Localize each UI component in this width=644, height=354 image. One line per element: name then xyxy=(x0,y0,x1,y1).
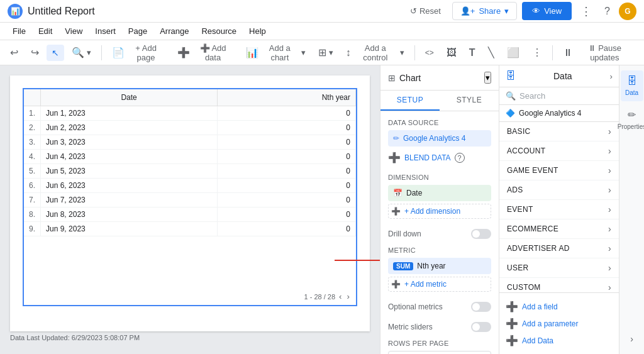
text-button[interactable]: T xyxy=(464,44,480,62)
help-button[interactable]: ? xyxy=(601,2,614,21)
add-metric-button[interactable]: ➕ + Add metric xyxy=(388,277,491,292)
avatar[interactable]: G xyxy=(619,3,636,20)
table-row: 9. Jun 9, 2023 0 xyxy=(24,222,356,236)
row-num-header xyxy=(24,89,41,106)
date-cell: Jun 6, 2023 xyxy=(41,179,218,193)
document-title[interactable]: Untitled Report xyxy=(28,6,95,17)
code-button[interactable]: <> xyxy=(420,45,439,60)
prev-page-button[interactable]: ‹ xyxy=(338,290,343,302)
zoom-button[interactable]: 🔍 ▾ xyxy=(67,43,96,62)
menu-page[interactable]: Page xyxy=(123,25,152,38)
data-category-item[interactable]: ADVERTISER AD› xyxy=(499,239,619,258)
table-row: 5. Jun 5, 2023 0 xyxy=(24,164,356,179)
data-category-item[interactable]: GAME EVENT› xyxy=(499,161,619,180)
tab-setup[interactable]: SETUP xyxy=(380,91,440,111)
add-parameter-button[interactable]: ➕ Add a parameter xyxy=(506,315,613,332)
pencil-icon: ✏ xyxy=(393,134,399,143)
value-cell: 0 xyxy=(218,207,356,222)
add-dimension-button[interactable]: ➕ + Add dimension xyxy=(388,204,491,219)
menu-view[interactable]: View xyxy=(60,25,87,38)
add-chart-button[interactable]: 📊 Add a chart ▾ xyxy=(241,40,311,65)
shape-button[interactable]: ⬜ xyxy=(502,43,525,62)
cursor-tool[interactable]: ↖ xyxy=(47,45,64,61)
menu-insert[interactable]: Insert xyxy=(90,25,121,38)
tab-style[interactable]: STYLE xyxy=(440,91,499,111)
chevron-icon: › xyxy=(608,263,611,273)
chevron-icon: › xyxy=(608,165,611,175)
add-field-icon: ➕ xyxy=(506,301,518,313)
search-input[interactable] xyxy=(519,91,619,101)
image-button[interactable]: 🖼 xyxy=(441,44,462,62)
date-column-header[interactable]: Date xyxy=(41,89,218,106)
data-category-item[interactable]: ACCOUNT› xyxy=(499,141,619,161)
menu-help[interactable]: Help xyxy=(244,25,271,38)
data-panel-collapse-button[interactable]: › xyxy=(610,72,613,81)
optional-metrics-toggle[interactable] xyxy=(471,302,491,312)
blend-help-icon[interactable]: ? xyxy=(455,153,465,163)
view-button[interactable]: 👁 View xyxy=(522,2,572,20)
dimension-item-date[interactable]: 📅 Date xyxy=(388,185,491,201)
more-options-button[interactable]: ⋮ xyxy=(577,1,596,22)
more-tools-button[interactable]: ⋮ xyxy=(527,43,547,62)
metric-item-nth-year[interactable]: SUM Nth year xyxy=(388,258,491,274)
drill-down-row: Drill down xyxy=(388,226,491,241)
side-tab-properties[interactable]: ✏ Properties xyxy=(621,104,643,135)
nth-year-column-header[interactable]: Nth year xyxy=(218,89,356,106)
data-category-item[interactable]: ADS› xyxy=(499,180,619,200)
add-field-button[interactable]: ➕ Add a field xyxy=(506,298,613,315)
title-bar: Untitled Report ↺ Reset 👤+ Share ▾ 👁 Vie… xyxy=(0,0,644,23)
data-category-item[interactable]: USER› xyxy=(499,258,619,278)
line-button[interactable]: ╲ xyxy=(483,43,499,62)
add-control-button[interactable]: ↕ Add a control ▾ xyxy=(341,40,409,65)
table-pagination: 1 - 28 / 28 ‹ › xyxy=(304,290,351,302)
chevron-icon: › xyxy=(608,126,611,136)
data-category-item[interactable]: CUSTOM› xyxy=(499,278,619,292)
data-category-item[interactable]: BASIC› xyxy=(499,122,619,141)
data-category-item[interactable]: EVENT› xyxy=(499,200,619,219)
metric-sliders-toggle[interactable] xyxy=(471,322,491,332)
chevron-icon: › xyxy=(608,204,611,214)
side-tab-data[interactable]: 🗄 Data xyxy=(621,70,643,101)
menu-file[interactable]: File xyxy=(8,25,31,38)
reset-icon: ↺ xyxy=(410,6,417,16)
arrow-svg xyxy=(335,254,380,267)
table-row: 1. Jun 1, 2023 0 xyxy=(24,106,356,121)
row-num-cell: 5. xyxy=(24,164,41,179)
table-row: 6. Jun 6, 2023 0 xyxy=(24,179,356,193)
calendar-icon: 📅 xyxy=(393,189,402,197)
redo-button[interactable]: ↪ xyxy=(26,43,44,62)
table-container[interactable]: ✏ ⋮ Date Nth year 1. Jun 1, 2023 0 xyxy=(23,88,357,306)
data-panel: 🗄 Data › 🔍 🔷 Google Analytics 4 BASIC›AC… xyxy=(499,65,619,354)
metric-sliders-row: Metric sliders xyxy=(388,319,491,335)
data-category-item[interactable]: ECOMMERCE› xyxy=(499,219,619,239)
drill-down-toggle[interactable] xyxy=(471,229,491,239)
row-num-cell: 9. xyxy=(24,222,41,236)
value-cell: 0 xyxy=(218,222,356,236)
blend-data-button[interactable]: ➕ BLEND DATA ? xyxy=(388,149,491,166)
reset-button[interactable]: ↺ Reset xyxy=(404,3,447,19)
grid-button[interactable]: ⊞ ▾ xyxy=(313,43,338,62)
row-num-cell: 2. xyxy=(24,121,41,135)
date-cell: Jun 9, 2023 xyxy=(41,222,218,236)
rows-per-page-select[interactable]: ⊞ 100 ▾ xyxy=(388,351,491,354)
value-cell: 0 xyxy=(218,121,356,135)
add-data-button[interactable]: ➕ Add Data xyxy=(506,332,613,349)
pause-updates-button[interactable]: ⏸ ⏸ Pause updates xyxy=(558,40,639,65)
blend-plus-icon: ➕ xyxy=(388,152,401,163)
chevron-icon: › xyxy=(608,282,611,292)
data-panel-title: Data xyxy=(553,71,572,81)
metric-label: Metric xyxy=(388,246,491,254)
chart-panel-collapse-button[interactable]: ▾ xyxy=(484,72,491,84)
data-source-item[interactable]: ✏ Google Analytics 4 xyxy=(388,130,491,147)
next-page-button[interactable]: › xyxy=(346,290,351,302)
share-button[interactable]: 👤+ Share ▾ xyxy=(452,2,517,20)
undo-button[interactable]: ↩ xyxy=(5,43,23,62)
menu-resource[interactable]: Resource xyxy=(196,25,242,38)
eye-icon: 👁 xyxy=(532,6,540,16)
menu-arrange[interactable]: Arrange xyxy=(155,25,194,38)
add-page-button[interactable]: 📄 + Add page xyxy=(107,40,170,65)
add-data-button[interactable]: ➕ ➕ Add data xyxy=(172,40,238,65)
menu-edit[interactable]: Edit xyxy=(33,25,57,38)
canvas[interactable]: ✏ ⋮ Date Nth year 1. Jun 1, 2023 0 xyxy=(10,75,370,331)
panel-collapse-button[interactable]: › xyxy=(625,329,638,349)
